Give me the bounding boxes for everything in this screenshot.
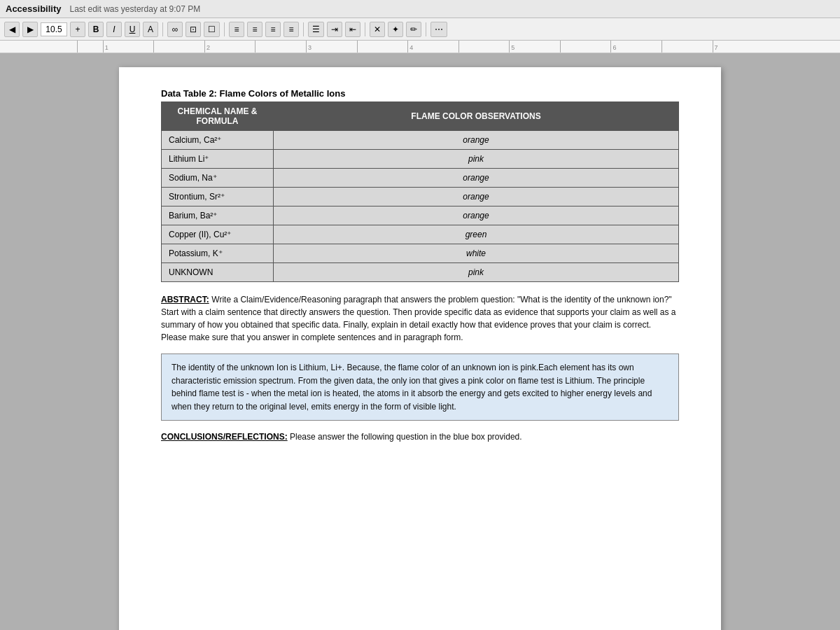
- table-cell-observation: orange: [274, 131, 679, 150]
- highlight-button[interactable]: ✦: [388, 22, 403, 37]
- align-right-button[interactable]: ≡: [265, 22, 281, 37]
- link-button[interactable]: ∞: [167, 22, 183, 37]
- table-row: Copper (II), Cu²⁺green: [162, 225, 679, 244]
- table-cell-chemical: Potassium, K⁺: [162, 244, 274, 263]
- table-row: Calcium, Ca²⁺orange: [162, 131, 679, 150]
- conclusions-label: CONCLUSIONS/REFLECTIONS:: [161, 432, 288, 442]
- table-row: Lithium Li⁺pink: [162, 150, 679, 169]
- table-cell-observation: orange: [274, 169, 679, 188]
- table-row: Sodium, Na⁺orange: [162, 169, 679, 188]
- table-header-col1: CHEMICAL NAME & FORMULA: [162, 102, 274, 131]
- abstract-section: ABSTRACT: Write a Claim/Evidence/Reasoni…: [161, 293, 679, 344]
- abstract-text: Write a Claim/Evidence/Reasoning paragra…: [161, 295, 676, 342]
- toolbar-divider-4: [365, 22, 365, 36]
- bold-button[interactable]: B: [88, 22, 104, 37]
- toolbar-divider-2: [224, 22, 225, 36]
- align-justify-button[interactable]: ≡: [284, 22, 299, 37]
- draw-button[interactable]: ✏: [406, 22, 421, 37]
- table-row: Potassium, K⁺white: [162, 244, 679, 263]
- page-area: Data Table 2: Flame Colors of Metallic I…: [0, 53, 840, 630]
- underline-button[interactable]: U: [125, 22, 140, 37]
- align-left-button[interactable]: ≡: [229, 22, 244, 37]
- list-button[interactable]: ☰: [308, 22, 324, 37]
- font-size-input[interactable]: 10.5: [41, 22, 67, 36]
- toolbar-divider-3: [303, 22, 304, 36]
- app-title: Accessibility: [6, 4, 62, 14]
- more-button[interactable]: ⋯: [430, 22, 447, 37]
- table-cell-chemical: Lithium Li⁺: [162, 150, 274, 169]
- table-cell-observation: orange: [274, 206, 679, 225]
- table-cell-observation: pink: [274, 263, 679, 282]
- table-row: UNKNOWNpink: [162, 263, 679, 282]
- image-button[interactable]: ☐: [204, 22, 220, 37]
- data-table: CHEMICAL NAME & FORMULA FLAME COLOR OBSE…: [161, 102, 679, 282]
- conclusions-text: Please answer the following question in …: [290, 432, 522, 442]
- indent-button[interactable]: ⇥: [327, 22, 342, 37]
- ruler: 1 2 3 4 5 6 7: [0, 41, 840, 53]
- answer-box[interactable]: The identity of the unknown Ion is Lithi…: [161, 354, 679, 421]
- increase-font-button[interactable]: +: [70, 22, 85, 37]
- back-button[interactable]: ◀: [4, 22, 20, 37]
- table-cell-observation: pink: [274, 150, 679, 169]
- align-center-button[interactable]: ≡: [247, 22, 262, 37]
- toolbar-divider-1: [162, 22, 163, 36]
- forward-button[interactable]: ▶: [22, 22, 38, 37]
- insert-button[interactable]: ⊡: [186, 22, 201, 37]
- table-cell-chemical: Sodium, Na⁺: [162, 169, 274, 188]
- strikethrough-button[interactable]: A: [143, 22, 158, 37]
- table-header-col2: FLAME COLOR OBSERVATIONS: [274, 102, 679, 131]
- outdent-button[interactable]: ⇤: [345, 22, 360, 37]
- table-row: Barium, Ba²⁺orange: [162, 206, 679, 225]
- table-cell-chemical: Barium, Ba²⁺: [162, 206, 274, 225]
- table-cell-observation: white: [274, 244, 679, 263]
- last-edit-label: Last edit was yesterday at 9:07 PM: [70, 4, 201, 14]
- table-cell-chemical: Copper (II), Cu²⁺: [162, 225, 274, 244]
- table-cell-chemical: UNKNOWN: [162, 263, 274, 282]
- italic-button[interactable]: I: [106, 22, 122, 37]
- toolbar-divider-5: [426, 22, 426, 36]
- toolbar: ◀ ▶ 10.5 + B I U A ∞ ⊡ ☐ ≡ ≡ ≡ ≡ ☰ ⇥ ⇤ ✕…: [0, 18, 840, 41]
- document-page: Data Table 2: Flame Colors of Metallic I…: [119, 67, 721, 630]
- table-cell-chemical: Calcium, Ca²⁺: [162, 131, 274, 150]
- table-cell-observation: orange: [274, 188, 679, 206]
- table-cell-chemical: Strontium, Sr²⁺: [162, 188, 274, 206]
- abstract-label: ABSTRACT:: [161, 295, 209, 304]
- table-row: Strontium, Sr²⁺orange: [162, 188, 679, 206]
- conclusions-section: CONCLUSIONS/REFLECTIONS: Please answer t…: [161, 432, 679, 442]
- table-title: Data Table 2: Flame Colors of Metallic I…: [161, 88, 679, 99]
- table-cell-observation: green: [274, 225, 679, 244]
- top-bar: Accessibility Last edit was yesterday at…: [0, 0, 840, 18]
- clear-format-button[interactable]: ✕: [370, 22, 385, 37]
